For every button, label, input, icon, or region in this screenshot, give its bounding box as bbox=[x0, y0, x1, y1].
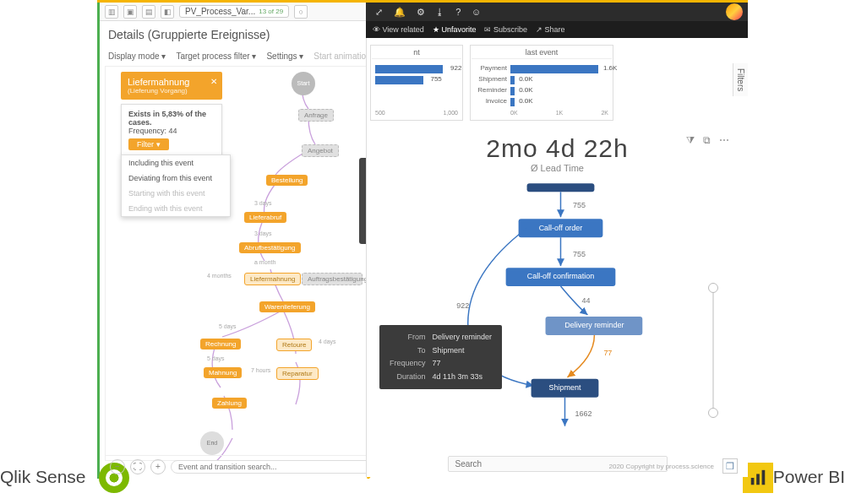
edge-label: a month bbox=[254, 259, 275, 265]
edge-label: 7 hours bbox=[251, 367, 270, 373]
lead-label: Ø Lead Time bbox=[367, 163, 748, 173]
event-sub: (Lieferung Vorgang) bbox=[128, 87, 215, 95]
svg-text:755: 755 bbox=[573, 201, 586, 209]
exists-text: Exists in 5,83% of the cases. bbox=[128, 110, 215, 127]
menu-ending: Ending with this event bbox=[122, 201, 230, 216]
svg-rect-4 bbox=[527, 183, 595, 192]
node-lieferabruf[interactable]: Lieferabruf bbox=[244, 212, 286, 223]
svg-text:Call-off order: Call-off order bbox=[539, 224, 583, 232]
filter-icon[interactable]: ⧩ bbox=[686, 134, 695, 146]
edge-label: 4 days bbox=[319, 339, 336, 344]
event-panel-body: Exists in 5,83% of the cases. Frequency:… bbox=[121, 104, 222, 156]
pbi-process-flow[interactable]: 755 Call-off order 755 922 Call-off conf… bbox=[367, 180, 748, 452]
bell-icon[interactable]: 🔔 bbox=[394, 7, 406, 17]
edge-label: 5 days bbox=[219, 323, 237, 329]
svg-text:755: 755 bbox=[573, 250, 586, 258]
event-panel-header: ✕ Liefermahnung (Lieferung Vorgang) bbox=[121, 72, 222, 100]
svg-text:44: 44 bbox=[581, 296, 590, 305]
focus-icon[interactable]: ⧉ bbox=[703, 134, 711, 146]
svg-text:77: 77 bbox=[603, 349, 612, 357]
node-mahnung[interactable]: Mahnung bbox=[204, 367, 242, 378]
cube-icon[interactable]: ❒ bbox=[722, 458, 738, 474]
node-zahlung[interactable]: Zahlung bbox=[212, 398, 247, 409]
edge-label: 5 days bbox=[207, 355, 225, 361]
svg-rect-2 bbox=[756, 474, 760, 485]
svg-rect-1 bbox=[751, 478, 755, 485]
avatar[interactable] bbox=[726, 3, 743, 20]
subscribe-button[interactable]: ✉ Subscribe bbox=[484, 25, 527, 34]
nav-icon[interactable]: ▣ bbox=[123, 5, 137, 19]
node-bestellung[interactable]: Bestellung bbox=[266, 175, 308, 186]
share-button[interactable]: ↗ Share bbox=[536, 25, 565, 34]
node-abrufbest[interactable]: Abrufbestätigung bbox=[239, 242, 301, 253]
sheet-tab[interactable]: PV_Process_Var... 13 of 29 bbox=[179, 5, 289, 18]
target-filter-dropdown[interactable]: Target process filter bbox=[176, 51, 256, 61]
node-angebot[interactable]: Angebot bbox=[302, 144, 339, 157]
frequency-slider[interactable] bbox=[711, 283, 716, 418]
filter-button[interactable]: Filter ▾ bbox=[128, 138, 169, 150]
node-liefermahnung[interactable]: Liefermahnung bbox=[244, 273, 301, 285]
menu-including[interactable]: Including this event bbox=[122, 155, 230, 171]
pbi-actionbar: 👁 View related ★ Unfavorite ✉ Subscribe … bbox=[366, 21, 748, 38]
chart-first-event[interactable]: nt 922 755 5001,000 bbox=[370, 45, 463, 121]
event-name: Liefermahnung bbox=[128, 77, 215, 87]
view-related-button[interactable]: 👁 View related bbox=[373, 25, 424, 34]
menu-deviating[interactable]: Deviating from this event bbox=[122, 171, 230, 186]
node-auftragsbest[interactable]: Auftragsbestätigung bbox=[302, 273, 363, 285]
download-icon[interactable]: ⭳ bbox=[435, 7, 444, 17]
nav-icon[interactable]: ▤ bbox=[142, 5, 155, 19]
menu-starting: Starting with this event bbox=[122, 186, 230, 201]
sheet-counter: 13 of 29 bbox=[259, 8, 283, 15]
pbi-titlebar: ⤢ 🔔 ⚙ ⭳ ? ☺ bbox=[366, 3, 748, 21]
chart-title: last event bbox=[472, 46, 612, 59]
fullscreen-icon[interactable]: ⛶ bbox=[130, 459, 145, 474]
sheet-name: PV_Process_Var... bbox=[185, 7, 255, 16]
node-retoure[interactable]: Retoure bbox=[276, 339, 312, 351]
expand-icon[interactable]: ⤢ bbox=[375, 7, 383, 17]
close-icon[interactable]: ○ bbox=[294, 5, 308, 19]
chart-title: nt bbox=[372, 46, 461, 59]
smile-icon[interactable]: ☺ bbox=[472, 7, 481, 17]
nav-icon[interactable]: ◧ bbox=[161, 5, 174, 19]
zoom-in-icon[interactable]: + bbox=[150, 459, 166, 474]
close-icon[interactable]: ✕ bbox=[210, 77, 217, 86]
label-qlik: Qlik Sense bbox=[0, 467, 86, 487]
node-end[interactable]: End bbox=[200, 431, 224, 455]
edge-label: 3 days bbox=[254, 230, 272, 236]
gear-icon[interactable]: ⚙ bbox=[417, 7, 425, 17]
svg-text:Call-off confirmation: Call-off confirmation bbox=[527, 272, 595, 280]
zoom-out-icon[interactable]: − bbox=[110, 459, 125, 474]
node-warenlieferung[interactable]: Warenlieferung bbox=[259, 301, 315, 312]
settings-dropdown[interactable]: Settings bbox=[266, 51, 303, 61]
edge-label: 3 days bbox=[254, 200, 272, 206]
node-anfrage[interactable]: Anfrage bbox=[298, 109, 334, 122]
node-rechnung[interactable]: Rechnung bbox=[200, 339, 241, 350]
label-powerbi: Power BI bbox=[773, 467, 845, 487]
frequency-text: Frequency: 44 bbox=[128, 127, 215, 135]
chart-last-event[interactable]: last event Payment1.6K Shipment0.0K Remi… bbox=[470, 45, 613, 121]
filter-menu: Including this event Deviating from this… bbox=[121, 154, 231, 217]
edge-tooltip: FromDelivery reminder ToShipment Frequen… bbox=[379, 325, 502, 389]
edge-label: 4 months bbox=[207, 273, 232, 279]
start-animation[interactable]: Start animation bbox=[313, 51, 370, 61]
filters-pane-toggle[interactable]: Filters bbox=[733, 63, 748, 96]
svg-text:922: 922 bbox=[456, 301, 469, 310]
svg-text:Delivery reminder: Delivery reminder bbox=[564, 321, 624, 329]
node-start[interactable]: Start bbox=[292, 72, 315, 95]
display-mode-dropdown[interactable]: Display mode bbox=[108, 51, 166, 61]
node-reparatur[interactable]: Reparatur bbox=[276, 367, 319, 380]
svg-text:1662: 1662 bbox=[575, 409, 592, 418]
svg-rect-3 bbox=[762, 470, 766, 485]
svg-text:Shipment: Shipment bbox=[549, 383, 581, 392]
copyright: 2020 Copyright by process.science bbox=[608, 463, 714, 470]
help-icon[interactable]: ? bbox=[455, 7, 461, 17]
more-icon[interactable]: ⋯ bbox=[719, 134, 729, 146]
unfavorite-button[interactable]: ★ Unfavorite bbox=[433, 25, 477, 34]
nav-icon[interactable]: ▥ bbox=[105, 5, 118, 19]
